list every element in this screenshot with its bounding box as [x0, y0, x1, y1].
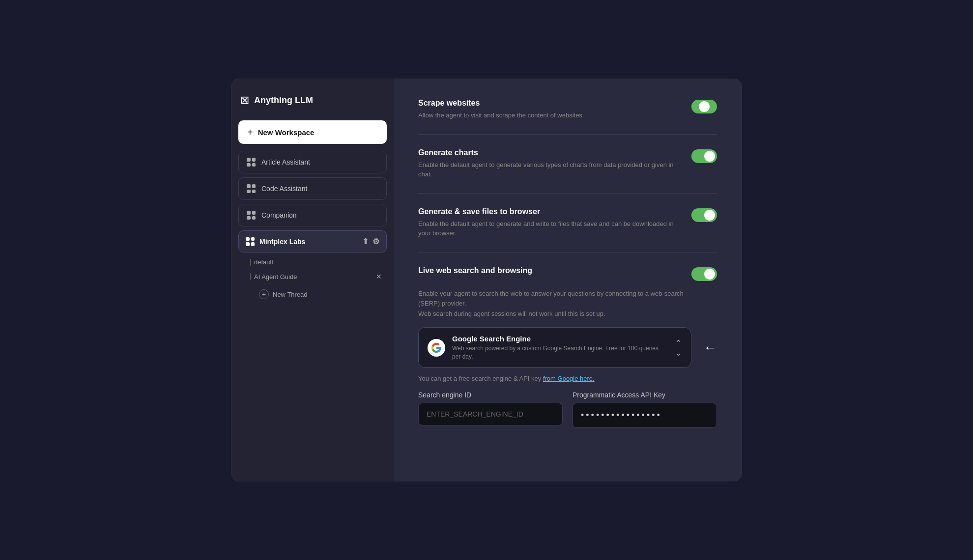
workspace-icon [247, 211, 256, 220]
dropdown-engine-desc: Web search powered by a custom Google Se… [452, 344, 668, 361]
live-web-search-toggle-wrapper [691, 266, 717, 281]
upload-icon[interactable]: ⬆ [362, 237, 369, 246]
scrape-websites-title: Scrape websites [418, 99, 682, 108]
ai-agent-thread-row: AI Agent Guide ✕ [247, 270, 387, 283]
free-text: You can get a free search engine & API k… [418, 375, 717, 382]
default-thread-label: default [254, 258, 273, 266]
scrape-websites-desc: Allow the agent to visit and scrape the … [418, 111, 682, 120]
logo-icon: ⊠ [240, 94, 249, 107]
live-web-search-section: Live web search and browsing Enable your… [418, 252, 717, 442]
google-icon [428, 339, 445, 357]
generate-save-files-desc: Enable the default agent to generate and… [418, 219, 682, 238]
api-key-group: Programmatic Access API Key [572, 391, 717, 428]
new-workspace-button[interactable]: + New Workspace [238, 120, 387, 144]
scrape-websites-info: Scrape websites Allow the agent to visit… [418, 99, 682, 120]
generate-save-files-toggle[interactable] [691, 208, 717, 222]
dropdown-engine-info: Google Search Engine Web search powered … [452, 335, 668, 361]
toggle-thumb [699, 101, 710, 112]
generate-save-files-title: Generate & save files to browser [418, 207, 682, 216]
toggle-thumb [704, 269, 715, 280]
workspace-label: Article Assistant [261, 158, 310, 166]
logo-text: Anything LLM [254, 95, 313, 106]
settings-gear-icon[interactable]: ⚙ [372, 237, 379, 246]
app-container: ⊠ Anything LLM + New Workspace Article A… [231, 79, 742, 481]
thread-default: default [247, 256, 387, 268]
toggle-track [691, 267, 717, 281]
sidebar-item-article-assistant[interactable]: Article Assistant [238, 151, 387, 173]
sidebar: ⊠ Anything LLM + New Workspace Article A… [231, 79, 394, 481]
dropdown-engine-name: Google Search Engine [452, 335, 668, 343]
settings-section: Scrape websites Allow the agent to visit… [418, 99, 717, 442]
search-engine-dropdown[interactable]: Google Search Engine Web search powered … [418, 327, 691, 368]
thread-section: default AI Agent Guide ✕ + New Thread [238, 256, 387, 303]
workspace-label: Companion [261, 211, 297, 219]
live-web-search-toggle[interactable] [691, 267, 717, 281]
dropdown-row-wrapper: Google Search Engine Web search powered … [418, 327, 717, 368]
active-workspace-label: Mintplex Labs [259, 238, 305, 246]
api-key-input[interactable] [572, 403, 717, 428]
workspace-icon [247, 158, 256, 167]
logo-row: ⊠ Anything LLM [238, 89, 387, 116]
toggle-track [691, 149, 717, 163]
chevron-updown-icon: ⌃ ⌃ [675, 339, 682, 357]
search-engine-id-input[interactable] [418, 403, 563, 425]
new-thread-label: New Thread [273, 291, 308, 298]
toggle-thumb [704, 210, 715, 221]
toggle-track [691, 208, 717, 222]
live-web-search-title: Live web search and browsing [418, 266, 682, 275]
generate-charts-toggle-wrapper [691, 148, 717, 163]
generate-save-files-row: Generate & save files to browser Enable … [418, 194, 717, 252]
generate-charts-desc: Enable the default agent to generate var… [418, 160, 682, 179]
generate-charts-info: Generate charts Enable the default agent… [418, 148, 682, 179]
live-web-search-row: Live web search and browsing [418, 266, 717, 281]
ai-agent-thread-label: AI Agent Guide [254, 273, 371, 280]
action-icons: ⬆ ⚙ [362, 237, 379, 246]
new-workspace-label: New Workspace [258, 128, 315, 137]
arrow-right-indicator: ← [703, 340, 717, 356]
main-content: Scrape websites Allow the agent to visit… [394, 79, 742, 481]
sidebar-item-code-assistant[interactable]: Code Assistant [238, 177, 387, 200]
scrape-websites-toggle-wrapper [691, 99, 717, 113]
api-form-row: Search engine ID Programmatic Access API… [418, 391, 717, 428]
google-link[interactable]: from Google here. [543, 375, 595, 382]
live-web-search-info: Live web search and browsing [418, 266, 682, 278]
generate-charts-title: Generate charts [418, 148, 682, 157]
new-thread-button[interactable]: + New Thread [247, 285, 387, 303]
toggle-thumb [704, 151, 715, 162]
workspace-icon [247, 184, 256, 193]
new-thread-plus-icon: + [259, 289, 269, 299]
generate-charts-toggle[interactable] [691, 149, 717, 163]
generate-save-files-toggle-wrapper [691, 207, 717, 222]
workspace-label: Code Assistant [261, 185, 307, 193]
live-web-search-desc: Enable your agent to search the web to a… [418, 289, 693, 319]
api-key-label: Programmatic Access API Key [572, 391, 717, 399]
active-workspace-icon [246, 237, 255, 246]
scrape-websites-row: Scrape websites Allow the agent to visit… [418, 99, 717, 135]
generate-save-files-info: Generate & save files to browser Enable … [418, 207, 682, 238]
generate-charts-row: Generate charts Enable the default agent… [418, 135, 717, 194]
scrape-websites-toggle[interactable] [691, 100, 717, 113]
sidebar-item-mintplex-labs[interactable]: Mintplex Labs ⬆ ⚙ [238, 230, 387, 252]
sidebar-item-companion[interactable]: Companion [238, 204, 387, 226]
plus-icon: + [247, 127, 253, 137]
search-engine-id-group: Search engine ID [418, 391, 563, 428]
toggle-track [691, 100, 717, 113]
search-engine-id-label: Search engine ID [418, 391, 563, 399]
close-thread-icon[interactable]: ✕ [374, 272, 384, 281]
